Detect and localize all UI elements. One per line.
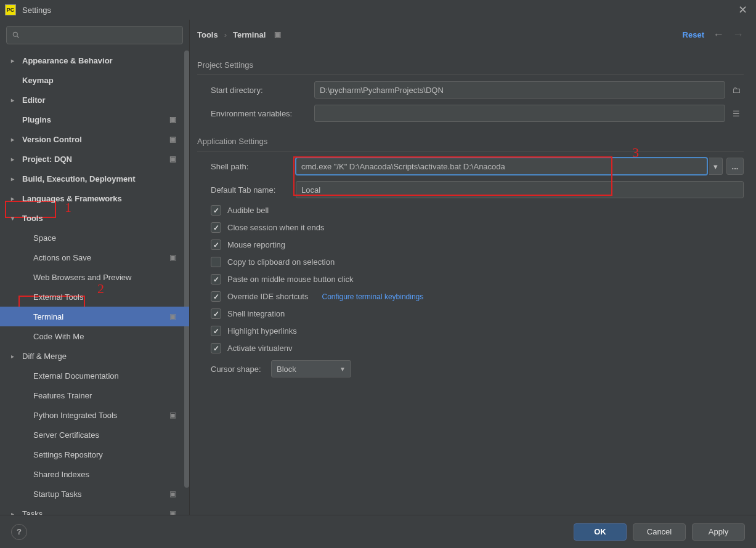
tree-item-plugins[interactable]: Plugins▣ <box>0 110 189 129</box>
project-badge-icon: ▣ <box>169 253 178 262</box>
configure-keybindings-link[interactable]: Configure terminal keybindings <box>322 292 424 301</box>
tree-item-label: Actions on Save <box>33 253 169 262</box>
chevron-right-icon: ▸ <box>11 97 18 103</box>
tree-item-label: Diff & Merge <box>22 352 178 361</box>
cursor-shape-select[interactable]: Block ▼ <box>271 360 351 377</box>
breadcrumb-leaf: Terminal <box>233 30 266 39</box>
tree-item-actions-on-save[interactable]: Actions on Save▣ <box>0 248 189 267</box>
tree-item-label: Server Certificates <box>33 430 178 440</box>
tree-item-tools[interactable]: ▾Tools <box>0 208 189 228</box>
tree-item-label: Features Trainer <box>33 391 178 400</box>
divider <box>197 75 744 75</box>
tree-item-project-dqn[interactable]: ▸Project: DQN▣ <box>0 149 189 169</box>
tree-item-label: Python Integrated Tools <box>33 411 169 420</box>
section-project-settings: Project Settings <box>197 60 744 70</box>
apply-button[interactable]: Apply <box>692 523 745 541</box>
tree-item-label: Web Browsers and Preview <box>33 273 178 282</box>
project-badge-icon: ▣ <box>169 490 178 498</box>
checkbox-audible[interactable] <box>211 205 221 216</box>
tree-item-label: Languages & Frameworks <box>22 194 178 203</box>
tree-item-python-integrated-tools[interactable]: Python Integrated Tools▣ <box>0 405 189 425</box>
shell-path-dropdown-icon[interactable]: ▾ <box>709 158 723 175</box>
tree-item-label: Appearance & Behavior <box>22 56 178 65</box>
tree-item-label: Space <box>33 233 178 243</box>
content-header: Tools › Terminal ▣ Reset ← → <box>190 20 756 49</box>
env-vars-input[interactable] <box>314 105 725 122</box>
default-tab-name-input[interactable] <box>296 181 744 198</box>
label-start-directory: Start directory: <box>197 86 314 95</box>
folder-icon[interactable]: 🗀 <box>729 82 744 98</box>
tree-item-languages-frameworks[interactable]: ▸Languages & Frameworks <box>0 188 189 208</box>
tree-item-code-with-me[interactable]: Code With Me <box>0 326 189 346</box>
close-icon[interactable]: ✕ <box>734 3 751 17</box>
tree-item-label: Settings Repository <box>33 450 178 459</box>
search-icon <box>12 31 20 39</box>
tree-item-terminal[interactable]: Terminal▣ <box>0 307 189 326</box>
chevron-right-icon: ▸ <box>11 136 18 143</box>
svg-point-0 <box>13 32 17 36</box>
checkbox-mouse[interactable] <box>211 240 221 250</box>
tree-item-tasks[interactable]: ▸Tasks▣ <box>0 504 189 515</box>
help-button[interactable]: ? <box>11 524 27 540</box>
tree-item-space[interactable]: Space <box>0 228 189 248</box>
tree-item-server-certificates[interactable]: Server Certificates <box>0 425 189 445</box>
tree-item-web-browsers-and-preview[interactable]: Web Browsers and Preview <box>0 267 189 287</box>
form-area: Project Settings Start directory: 🗀 Envi… <box>190 49 756 515</box>
tree-item-label: Code With Me <box>33 332 178 341</box>
cancel-button[interactable]: Cancel <box>633 523 686 541</box>
dialog-footer: ? OK Cancel Apply <box>0 515 756 548</box>
search-input[interactable] <box>6 26 183 44</box>
tree-item-shared-indexes[interactable]: Shared Indexes <box>0 464 189 484</box>
tree-item-keymap[interactable]: Keymap <box>0 70 189 90</box>
checkbox-label-audible: Audible bell <box>227 206 269 215</box>
checkbox-close_session[interactable] <box>211 222 221 233</box>
chevron-right-icon: ▸ <box>11 195 18 202</box>
checkbox-row-mouse: Mouse reporting <box>197 240 744 250</box>
tree-item-diff-merge[interactable]: ▸Diff & Merge <box>0 346 189 366</box>
checkbox-label-highlight: Highlight hyperlinks <box>227 326 297 336</box>
tree-item-features-trainer[interactable]: Features Trainer <box>0 385 189 405</box>
tree-item-settings-repository[interactable]: Settings Repository <box>0 445 189 464</box>
checkbox-row-shellint: Shell integration <box>197 308 744 319</box>
breadcrumb-root[interactable]: Tools <box>197 30 218 39</box>
checkbox-shellint[interactable] <box>211 308 221 319</box>
tree-item-build-execution-deployment[interactable]: ▸Build, Execution, Deployment <box>0 169 189 188</box>
tree-item-label: Project: DQN <box>22 155 169 164</box>
list-icon[interactable]: ☰ <box>729 105 744 121</box>
tree-item-external-documentation[interactable]: External Documentation <box>0 366 189 385</box>
checkbox-label-close_session: Close session when it ends <box>227 223 325 232</box>
project-badge-icon: ▣ <box>169 135 178 143</box>
app-icon: PC <box>5 4 16 15</box>
start-directory-input[interactable] <box>314 81 725 99</box>
content-panel: Tools › Terminal ▣ Reset ← → Project Set… <box>190 20 756 515</box>
checkbox-paste[interactable] <box>211 274 221 284</box>
tree-item-version-control[interactable]: ▸Version Control▣ <box>0 129 189 149</box>
tree-item-startup-tasks[interactable]: Startup Tasks▣ <box>0 484 189 504</box>
tree-item-appearance-behavior[interactable]: ▸Appearance & Behavior <box>0 50 189 70</box>
nav-forward-icon[interactable]: → <box>733 28 744 41</box>
checkbox-clipboard[interactable] <box>211 257 221 267</box>
nav-back-icon[interactable]: ← <box>713 28 724 41</box>
reset-link[interactable]: Reset <box>683 30 704 39</box>
project-badge-icon: ▣ <box>274 30 281 39</box>
tree-item-editor[interactable]: ▸Editor <box>0 90 189 110</box>
settings-tree: 1 2 ▸Appearance & BehaviorKeymap▸EditorP… <box>0 50 189 515</box>
checkbox-label-paste: Paste on middle mouse button click <box>227 275 354 284</box>
tree-item-label: Tools <box>22 214 178 223</box>
checkbox-highlight[interactable] <box>211 326 221 336</box>
sidebar: 1 2 ▸Appearance & BehaviorKeymap▸EditorP… <box>0 20 190 515</box>
chevron-right-icon: ▸ <box>11 175 18 182</box>
project-badge-icon: ▣ <box>169 411 178 419</box>
checkbox-override[interactable] <box>211 291 221 302</box>
tree-item-label: Editor <box>22 95 178 105</box>
breadcrumb-sep: › <box>224 30 227 39</box>
shell-path-input[interactable] <box>296 158 707 175</box>
svg-line-1 <box>17 36 19 38</box>
checkbox-label-mouse: Mouse reporting <box>227 240 285 249</box>
tree-item-label: Build, Execution, Deployment <box>22 174 178 183</box>
checkbox-venv[interactable] <box>211 343 221 353</box>
project-badge-icon: ▣ <box>169 115 178 124</box>
shell-path-browse-button[interactable]: ... <box>726 158 744 175</box>
ok-button[interactable]: OK <box>574 523 627 541</box>
tree-item-external-tools[interactable]: External Tools <box>0 287 189 307</box>
